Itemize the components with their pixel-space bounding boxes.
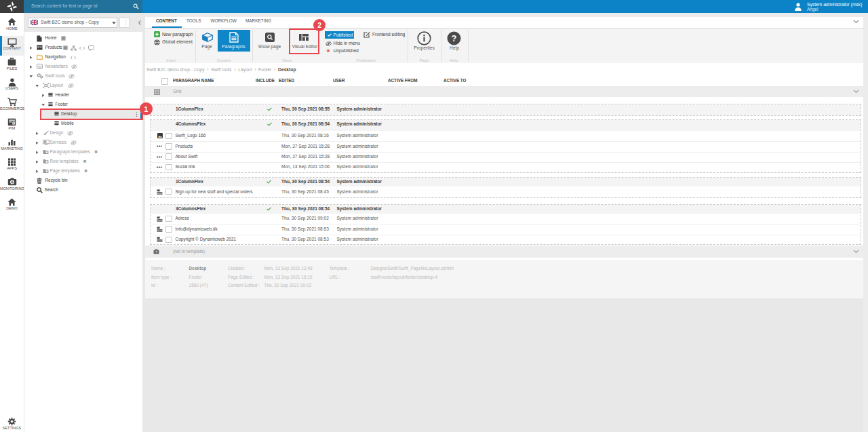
svg-text:?: ? [452, 33, 457, 43]
